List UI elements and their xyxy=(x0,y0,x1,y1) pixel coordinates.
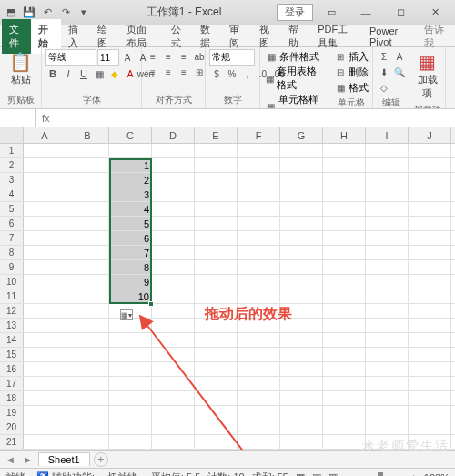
cell[interactable] xyxy=(238,289,280,303)
cell[interactable] xyxy=(24,246,66,259)
cell[interactable] xyxy=(280,304,323,318)
cell[interactable] xyxy=(152,377,195,390)
qat-more-icon[interactable]: ▾ xyxy=(76,5,91,20)
font-color-icon[interactable]: A xyxy=(123,66,137,81)
cell[interactable] xyxy=(152,420,195,434)
cell[interactable] xyxy=(152,260,195,274)
col-header[interactable]: A xyxy=(24,127,66,143)
cell[interactable] xyxy=(109,391,152,405)
view-break-icon[interactable]: ▥ xyxy=(329,471,338,476)
sheet-nav-next-icon[interactable]: ► xyxy=(21,454,35,465)
row-header[interactable]: 18 xyxy=(0,391,24,405)
col-header[interactable]: G xyxy=(280,127,323,143)
autosum-icon[interactable]: Σ xyxy=(377,49,391,64)
cell[interactable] xyxy=(152,289,195,303)
cell[interactable] xyxy=(366,173,409,187)
delete-cells-button[interactable]: ⊟删除 xyxy=(333,65,369,79)
cell[interactable] xyxy=(66,362,109,376)
row-header[interactable]: 9 xyxy=(0,260,24,274)
sheet-nav-prev-icon[interactable]: ◄ xyxy=(4,454,17,465)
row-header[interactable]: 5 xyxy=(0,202,24,216)
row-header[interactable]: 4 xyxy=(0,187,24,201)
cell[interactable] xyxy=(280,217,323,230)
cell[interactable] xyxy=(238,187,280,201)
cell[interactable] xyxy=(409,187,451,201)
cell[interactable] xyxy=(366,275,409,289)
cell[interactable] xyxy=(66,420,109,434)
cell[interactable] xyxy=(366,217,409,230)
cell[interactable] xyxy=(366,202,409,216)
cell[interactable] xyxy=(109,406,152,420)
cell[interactable] xyxy=(238,158,280,172)
row-header[interactable]: 16 xyxy=(0,362,24,376)
cell[interactable] xyxy=(109,319,152,332)
col-header[interactable]: H xyxy=(323,127,366,143)
save-icon[interactable]: 💾 xyxy=(22,5,36,20)
find-icon[interactable]: 🔍 xyxy=(392,65,407,79)
cell[interactable] xyxy=(323,435,366,449)
cell[interactable] xyxy=(24,377,66,390)
cell[interactable] xyxy=(323,158,366,172)
cell[interactable] xyxy=(109,362,152,376)
cell[interactable] xyxy=(366,406,409,420)
cell[interactable]: 7 xyxy=(109,246,152,259)
cell[interactable] xyxy=(409,246,451,259)
cell[interactable] xyxy=(323,333,366,347)
cell[interactable] xyxy=(66,246,109,259)
cell[interactable] xyxy=(323,275,366,289)
cell[interactable] xyxy=(152,319,195,332)
cell[interactable] xyxy=(366,144,409,157)
cell[interactable] xyxy=(66,319,109,332)
row-header[interactable]: 12 xyxy=(0,304,24,318)
row-header[interactable]: 13 xyxy=(0,319,24,332)
align-mid-icon[interactable]: ≡ xyxy=(161,49,176,64)
cell[interactable] xyxy=(409,202,451,216)
cell[interactable] xyxy=(152,333,195,347)
cell[interactable] xyxy=(24,420,66,434)
cell[interactable] xyxy=(66,406,109,420)
row-header[interactable]: 21 xyxy=(0,435,24,449)
merge-icon[interactable]: ⊞ xyxy=(192,65,207,79)
cell[interactable] xyxy=(409,217,451,230)
cell[interactable] xyxy=(323,362,366,376)
cell[interactable] xyxy=(323,187,366,201)
redo-icon[interactable]: ↷ xyxy=(58,5,73,20)
maximize-icon[interactable]: ◻ xyxy=(384,4,417,22)
cell[interactable] xyxy=(323,406,366,420)
cell[interactable] xyxy=(109,420,152,434)
cell[interactable] xyxy=(195,377,238,390)
format-table-button[interactable]: ▦套用表格格式 xyxy=(264,65,325,92)
cell[interactable] xyxy=(24,231,66,245)
comma-icon[interactable]: , xyxy=(240,66,255,81)
cell[interactable] xyxy=(323,144,366,157)
cell[interactable] xyxy=(366,391,409,405)
cell[interactable] xyxy=(152,217,195,230)
cell[interactable] xyxy=(366,231,409,245)
cell[interactable] xyxy=(195,391,238,405)
cell[interactable] xyxy=(195,144,238,157)
cell[interactable] xyxy=(238,391,280,405)
cell[interactable] xyxy=(280,377,323,390)
cell[interactable] xyxy=(24,158,66,172)
name-box[interactable] xyxy=(0,109,36,127)
cell[interactable] xyxy=(323,231,366,245)
format-cells-button[interactable]: ▦格式 xyxy=(333,80,369,95)
row-header[interactable]: 6 xyxy=(0,217,24,230)
cell[interactable] xyxy=(195,304,238,318)
cell[interactable] xyxy=(238,348,280,361)
cell[interactable] xyxy=(195,260,238,274)
cell[interactable] xyxy=(409,377,451,390)
cell[interactable] xyxy=(323,348,366,361)
cell[interactable] xyxy=(238,377,280,390)
cell[interactable] xyxy=(366,319,409,332)
grow-font-icon[interactable]: A xyxy=(120,50,135,65)
cell[interactable] xyxy=(152,275,195,289)
cell[interactable] xyxy=(195,362,238,376)
cell[interactable] xyxy=(280,187,323,201)
cell[interactable] xyxy=(152,391,195,405)
cell[interactable] xyxy=(323,289,366,303)
fill-handle[interactable] xyxy=(148,301,154,307)
cell[interactable] xyxy=(109,348,152,361)
cell[interactable] xyxy=(409,289,451,303)
cell[interactable] xyxy=(66,348,109,361)
